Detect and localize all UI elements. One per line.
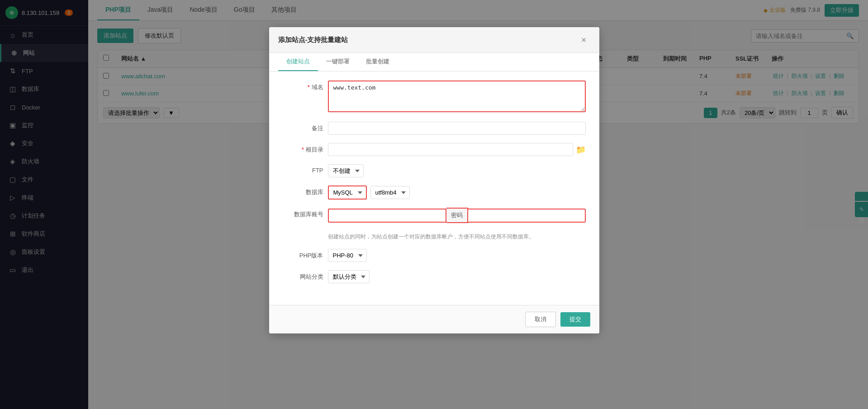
- add-site-modal: 添加站点-支持批量建站 × 创建站点 一键部署 批量创建 域名 www.text…: [269, 27, 599, 333]
- form-row-rootdir: 根目录 /www/wwwroot/www.text.com 📁: [283, 143, 586, 156]
- rootdir-input[interactable]: /www/wwwroot/www.text.com: [328, 143, 573, 156]
- form-row-category: 网站分类 默认分类: [283, 270, 586, 283]
- database-charset-select[interactable]: utf8mb4 utf8 gbk: [370, 186, 410, 199]
- site-category-select[interactable]: 默认分类: [328, 270, 370, 283]
- form-row-ftp: FTP 不创建 创建: [283, 164, 586, 177]
- db-account-label: 数据库账号: [283, 208, 323, 219]
- php-label: PHP版本: [283, 249, 323, 260]
- database-fields: MySQL 不创建 utf8mb4 utf8 gbk: [328, 185, 410, 200]
- modal-close-button[interactable]: ×: [578, 33, 590, 46]
- db-hint-spacer: [283, 231, 323, 234]
- form-row-remark: 备注 www.text.com: [283, 122, 586, 135]
- modal-tab-batch[interactable]: 批量创建: [358, 53, 398, 71]
- modal-overlay: 添加站点-支持批量建站 × 创建站点 一键部署 批量创建 域名 www.text…: [0, 0, 868, 409]
- db-account-fields: text 密码 user: [328, 208, 586, 223]
- php-version-select[interactable]: PHP-80 PHP-74 PHP-72 PHP-56: [328, 249, 367, 262]
- modal-header: 添加站点-支持批量建站 ×: [269, 27, 599, 53]
- modal-body: 域名 www.text.com 备注 www.text.com 根目录 /www…: [269, 71, 599, 305]
- modal-title: 添加站点-支持批量建站: [278, 36, 348, 44]
- domain-field-wrap: www.text.com: [328, 81, 586, 114]
- modal-tab-deploy[interactable]: 一键部署: [318, 53, 358, 71]
- modal-tabs: 创建站点 一键部署 批量创建: [269, 53, 599, 71]
- remark-input[interactable]: www.text.com: [328, 122, 586, 135]
- ftp-label: FTP: [283, 164, 323, 174]
- form-row-database: 数据库 MySQL 不创建 utf8mb4 utf8 gbk: [283, 185, 586, 200]
- domain-label: 域名: [283, 81, 323, 91]
- form-row-php: PHP版本 PHP-80 PHP-74 PHP-72 PHP-56: [283, 249, 586, 262]
- modal-tab-create[interactable]: 创建站点: [278, 53, 318, 71]
- domain-textarea[interactable]: www.text.com: [328, 81, 586, 112]
- remark-label: 备注: [283, 122, 323, 133]
- modal-footer: 取消 提交: [269, 305, 599, 333]
- cancel-button[interactable]: 取消: [525, 312, 556, 327]
- folder-icon[interactable]: 📁: [576, 145, 586, 155]
- ftp-select[interactable]: 不创建 创建: [328, 164, 364, 177]
- db-pwd-input[interactable]: user: [468, 209, 586, 223]
- rootdir-label: 根目录: [283, 143, 323, 154]
- database-type-select[interactable]: MySQL 不创建: [328, 185, 367, 200]
- category-label: 网站分类: [283, 270, 323, 281]
- db-account-input[interactable]: text: [328, 209, 446, 223]
- form-row-domain: 域名 www.text.com: [283, 81, 586, 114]
- rootdir-field-wrap: /www/wwwroot/www.text.com 📁: [328, 143, 586, 156]
- pwd-label: 密码: [446, 208, 468, 223]
- db-hint-text: 创建站点的同时，为站点创建一个对应的数据库帐户，方便不同站点使用不同数据库。: [328, 233, 534, 241]
- form-row-db-hint: 创建站点的同时，为站点创建一个对应的数据库帐户，方便不同站点使用不同数据库。: [283, 231, 586, 241]
- submit-button[interactable]: 提交: [560, 312, 590, 327]
- database-label: 数据库: [283, 185, 323, 196]
- form-row-db-account: 数据库账号 text 密码 user: [283, 208, 586, 223]
